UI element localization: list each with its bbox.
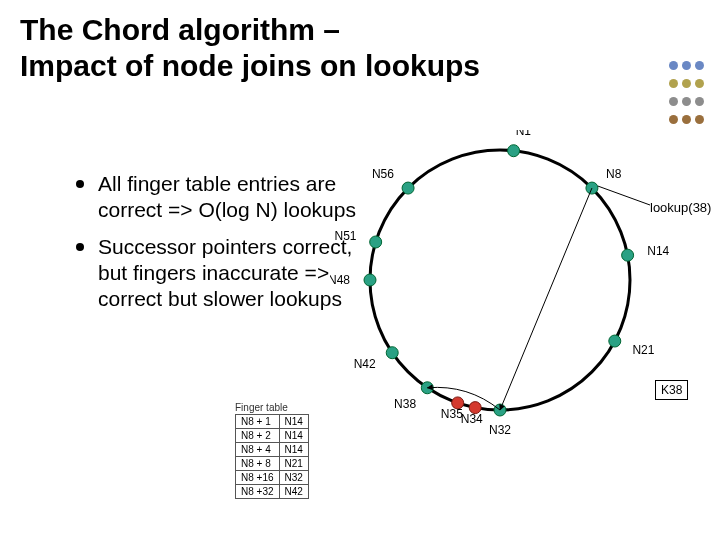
node-dot xyxy=(386,347,398,359)
node-label: N56 xyxy=(372,167,394,181)
bullet-list: All finger table entries are correct => … xyxy=(36,171,366,322)
node-dot xyxy=(364,274,376,286)
node-label: N32 xyxy=(489,423,511,437)
node-dot xyxy=(508,145,520,157)
node-label: N42 xyxy=(354,357,376,371)
lookup-arrow xyxy=(500,188,592,410)
node-label: N14 xyxy=(647,244,669,258)
node-dot xyxy=(586,182,598,194)
new-node-label: N34 xyxy=(461,412,483,426)
node-label: N38 xyxy=(394,397,416,411)
table-row: N8 + 8N21 xyxy=(236,457,309,471)
node-label: N1 xyxy=(516,130,532,138)
node-dot xyxy=(622,249,634,261)
chord-ring-diagram: N1N8N14N21N32N38N42N48N51N56 N34N35 xyxy=(330,130,710,510)
key-box: K38 xyxy=(655,380,688,400)
slide-title: The Chord algorithm – Impact of node joi… xyxy=(20,12,480,84)
decorative-dot-grid xyxy=(667,58,706,130)
bullet-item: All finger table entries are correct => … xyxy=(76,171,366,224)
node-label: N51 xyxy=(335,229,357,243)
title-line-2: Impact of node joins on lookups xyxy=(20,49,480,82)
title-line-1: The Chord algorithm – xyxy=(20,13,340,46)
table-row: N8 + 1N14 xyxy=(236,415,309,429)
node-dot xyxy=(370,236,382,248)
bullet-item: Successor pointers correct, but fingers … xyxy=(76,234,366,313)
node-label: N48 xyxy=(330,273,350,287)
table-row: N8 +32N42 xyxy=(236,485,309,499)
node-label: N8 xyxy=(606,167,622,181)
finger-table: Finger table N8 + 1N14 N8 + 2N14 N8 + 4N… xyxy=(235,402,309,499)
table-row: N8 +16N32 xyxy=(236,471,309,485)
node-label: N21 xyxy=(632,343,654,357)
new-node-label: N35 xyxy=(441,407,463,421)
lookup-label: lookup(38) xyxy=(650,200,711,215)
finger-table-caption: Finger table xyxy=(235,402,309,414)
lookup-arrow xyxy=(427,387,500,410)
node-dot xyxy=(402,182,414,194)
table-row: N8 + 4N14 xyxy=(236,443,309,457)
table-row: N8 + 2N14 xyxy=(236,429,309,443)
node-dot xyxy=(609,335,621,347)
